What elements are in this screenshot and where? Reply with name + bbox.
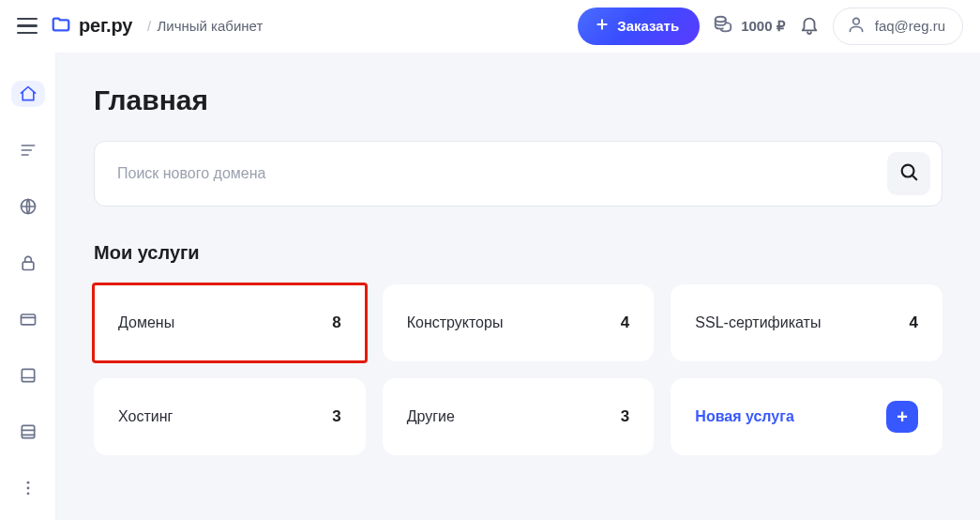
service-card-ssl[interactable]: SSL-сертификаты 4 — [671, 284, 942, 361]
breadcrumb: Личный кабинет — [147, 18, 263, 34]
page-title: Главная — [94, 84, 942, 116]
svg-point-0 — [716, 17, 726, 23]
svg-point-8 — [26, 487, 29, 490]
service-card-label: Хостинг — [118, 408, 173, 425]
sidebar-item-more[interactable] — [11, 475, 45, 501]
user-email: faq@reg.ru — [875, 18, 945, 34]
main-content: Главная Мои услуги Домены 8 Конструкторы… — [56, 53, 980, 520]
plus-icon: + — [886, 401, 918, 433]
order-button[interactable]: Заказать — [578, 8, 700, 45]
sidebar-item-server[interactable] — [11, 362, 45, 389]
plus-icon — [595, 17, 610, 35]
order-button-label: Заказать — [617, 18, 679, 34]
service-card-count: 4 — [910, 314, 918, 332]
service-card-count: 4 — [621, 314, 629, 332]
service-card-new[interactable]: Новая услуга + — [671, 378, 942, 455]
service-card-hosting[interactable]: Хостинг 3 — [94, 378, 366, 455]
svg-rect-6 — [22, 425, 34, 437]
sidebar — [0, 53, 56, 520]
services-title: Мои услуги — [94, 242, 942, 264]
logo-text: рег.ру — [79, 15, 132, 37]
svg-rect-3 — [23, 262, 34, 269]
header-bar: рег.ру Личный кабинет Заказать 1000 ₽ fa… — [0, 0, 980, 53]
service-card-domains[interactable]: Домены 8 — [94, 284, 366, 361]
sidebar-item-lock[interactable] — [11, 250, 45, 276]
service-card-count: 3 — [332, 407, 340, 426]
service-card-label: Конструкторы — [407, 314, 504, 331]
service-card-other[interactable]: Другие 3 — [383, 378, 655, 455]
sidebar-item-list[interactable] — [11, 137, 45, 163]
bell-icon[interactable] — [799, 14, 820, 38]
sidebar-item-card[interactable] — [11, 306, 45, 332]
balance[interactable]: 1000 ₽ — [713, 14, 786, 38]
service-card-label: Новая услуга — [695, 408, 793, 425]
service-card-count: 3 — [621, 407, 629, 426]
search-button[interactable] — [887, 152, 930, 195]
user-menu[interactable]: faq@reg.ru — [833, 8, 963, 45]
svg-rect-5 — [22, 369, 34, 381]
sidebar-item-globe[interactable] — [11, 193, 45, 220]
service-card-count: 8 — [332, 314, 340, 332]
sidebar-item-storage[interactable] — [11, 419, 45, 445]
service-card-label: SSL-сертификаты — [695, 314, 821, 331]
service-card-label: Домены — [118, 314, 174, 331]
menu-icon[interactable] — [17, 18, 38, 35]
service-card-builders[interactable]: Конструкторы 4 — [383, 284, 655, 361]
svg-point-9 — [26, 492, 29, 495]
sidebar-item-home[interactable] — [11, 81, 45, 107]
logo[interactable]: рег.ру — [51, 14, 132, 38]
coins-icon — [713, 14, 733, 38]
domain-search — [94, 141, 942, 206]
services-grid: Домены 8 Конструкторы 4 SSL-сертификаты … — [94, 284, 942, 455]
search-icon — [898, 161, 919, 186]
folder-icon — [51, 14, 71, 38]
balance-amount: 1000 ₽ — [741, 18, 786, 35]
service-card-label: Другие — [407, 408, 455, 425]
search-input[interactable] — [117, 165, 887, 182]
user-icon — [847, 15, 866, 37]
svg-point-7 — [26, 482, 29, 484]
svg-point-1 — [852, 18, 859, 24]
svg-rect-4 — [21, 314, 35, 325]
